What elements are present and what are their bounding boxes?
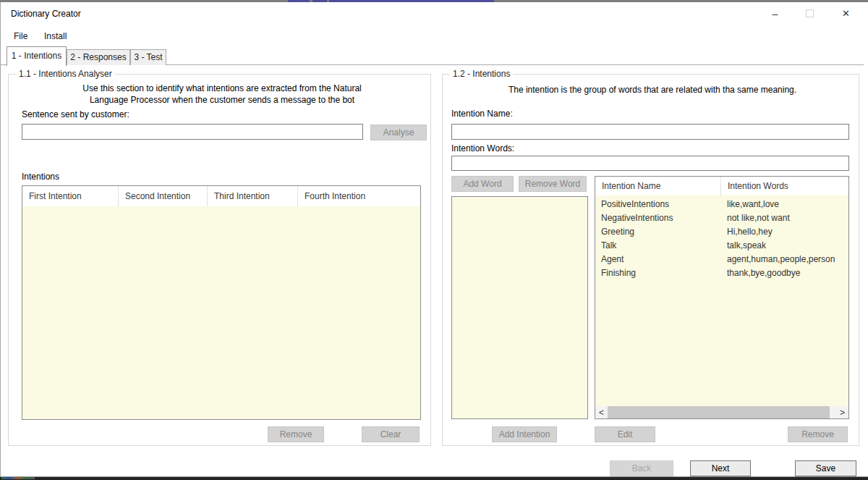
intentions-table-body[interactable]: PositiveIntentionslike,want,loveNegative… bbox=[595, 195, 848, 418]
add-intention-button[interactable]: Add Intention bbox=[492, 426, 557, 442]
intention-table-row[interactable]: GreetingHi,hello,hey bbox=[595, 225, 848, 239]
next-button[interactable]: Next bbox=[690, 460, 751, 476]
tab-responses[interactable]: 2 - Responses bbox=[67, 49, 130, 65]
minimize-button[interactable]: – bbox=[759, 2, 791, 25]
remove-word-button[interactable]: Remove Word bbox=[519, 176, 587, 192]
intentions-table-header: Intention Name Intention Words bbox=[595, 177, 848, 195]
menu-item-file[interactable]: File bbox=[9, 30, 32, 43]
intention-table-row[interactable]: Finishingthank,bye,goodbye bbox=[595, 266, 848, 280]
intention-words-cell: like,want,love bbox=[721, 198, 779, 211]
app-window: Dictionary Creator – ✕ File Install 1 - … bbox=[0, 2, 868, 477]
save-button[interactable]: Save bbox=[795, 460, 856, 476]
window-title: Dictionary Creator bbox=[11, 9, 81, 19]
scrollbar-thumb[interactable] bbox=[608, 406, 830, 418]
intentions-description: The intention is the group of words that… bbox=[472, 84, 833, 96]
intention-words-cell: thank,bye,goodbye bbox=[721, 266, 800, 280]
intention-name-cell: Agent bbox=[595, 253, 721, 266]
intention-words-cell: agent,human,people,person bbox=[721, 253, 835, 266]
scroll-right-icon[interactable]: > bbox=[836, 406, 848, 418]
tab-intentions[interactable]: 1 - Intentions bbox=[7, 46, 67, 66]
intention-name-cell: Greeting bbox=[595, 225, 721, 239]
sentence-label: Sentence sent by customer: bbox=[22, 109, 129, 119]
maximize-icon bbox=[806, 9, 814, 17]
tab-test[interactable]: 3 - Test bbox=[130, 49, 166, 65]
scroll-left-icon[interactable]: < bbox=[595, 406, 608, 418]
column-header-intention-name[interactable]: Intention Name bbox=[595, 177, 721, 195]
intention-name-cell: NegativeIntentions bbox=[595, 211, 721, 225]
menu-item-install[interactable]: Install bbox=[40, 30, 71, 43]
intention-words-cell: Hi,hello,hey bbox=[721, 225, 773, 239]
minimize-icon: – bbox=[773, 8, 778, 20]
intention-words-label: Intention Words: bbox=[451, 143, 514, 153]
intention-name-label: Intention Name: bbox=[451, 109, 513, 119]
column-header-fourth-intention[interactable]: Fourth Intention bbox=[298, 186, 420, 206]
group-title: 1.2 - Intentions bbox=[450, 69, 513, 79]
group-intentions-analyser: 1.1 - Intentions Analyser Use this secti… bbox=[8, 74, 431, 446]
intention-name-cell: PositiveIntentions bbox=[595, 198, 721, 211]
intention-table-row[interactable]: PositiveIntentionslike,want,love bbox=[595, 198, 848, 211]
intention-words-input[interactable] bbox=[451, 156, 849, 171]
horizontal-scrollbar[interactable]: < > bbox=[595, 406, 848, 418]
column-header-intention-words[interactable]: Intention Words bbox=[721, 177, 848, 195]
intentions-list-label: Intentions bbox=[22, 172, 59, 182]
title-bar[interactable]: Dictionary Creator – ✕ bbox=[1, 2, 868, 25]
background-text-fragment bbox=[1, 477, 35, 479]
intention-table-row[interactable]: Talktalk,speak bbox=[595, 239, 848, 253]
maximize-button[interactable] bbox=[793, 2, 826, 25]
intention-words-cell: not like,not want bbox=[721, 211, 790, 225]
analysed-intentions-table[interactable]: First Intention Second Intention Third I… bbox=[22, 185, 421, 420]
intention-table-row[interactable]: NegativeIntentionsnot like,not want bbox=[595, 211, 848, 225]
edit-button[interactable]: Edit bbox=[595, 426, 655, 442]
analyse-button[interactable]: Analyse bbox=[370, 125, 427, 140]
clear-button[interactable]: Clear bbox=[362, 426, 420, 442]
close-button[interactable]: ✕ bbox=[830, 2, 862, 25]
back-button[interactable]: Back bbox=[610, 460, 673, 476]
column-header-first-intention[interactable]: First Intention bbox=[22, 186, 119, 206]
remove-intention-button[interactable]: Remove bbox=[788, 426, 848, 442]
column-header-third-intention[interactable]: Third Intention bbox=[208, 186, 298, 206]
group-title: 1.1 - Intentions Analyser bbox=[16, 69, 115, 79]
intention-name-cell: Finishing bbox=[595, 266, 721, 280]
add-word-button[interactable]: Add Word bbox=[451, 176, 514, 192]
analysed-intentions-header: First Intention Second Intention Third I… bbox=[22, 186, 420, 206]
sentence-input[interactable] bbox=[22, 124, 363, 140]
intention-name-input[interactable] bbox=[451, 124, 849, 140]
intentions-table[interactable]: Intention Name Intention Words PositiveI… bbox=[595, 176, 849, 419]
column-header-second-intention[interactable]: Second Intention bbox=[119, 186, 208, 206]
words-listbox[interactable] bbox=[451, 196, 588, 419]
group-intentions: 1.2 - Intentions The intention is the gr… bbox=[442, 74, 859, 446]
intention-words-cell: talk,speak bbox=[721, 239, 766, 253]
menu-bar: File Install bbox=[1, 26, 868, 45]
intention-name-cell: Talk bbox=[595, 239, 721, 253]
analyser-description: Use this section to identify what intent… bbox=[52, 83, 392, 106]
remove-intention-result-button[interactable]: Remove bbox=[268, 426, 324, 442]
intention-table-row[interactable]: Agentagent,human,people,person bbox=[595, 253, 848, 266]
analysed-intentions-body[interactable] bbox=[22, 206, 420, 419]
close-icon: ✕ bbox=[842, 8, 850, 19]
